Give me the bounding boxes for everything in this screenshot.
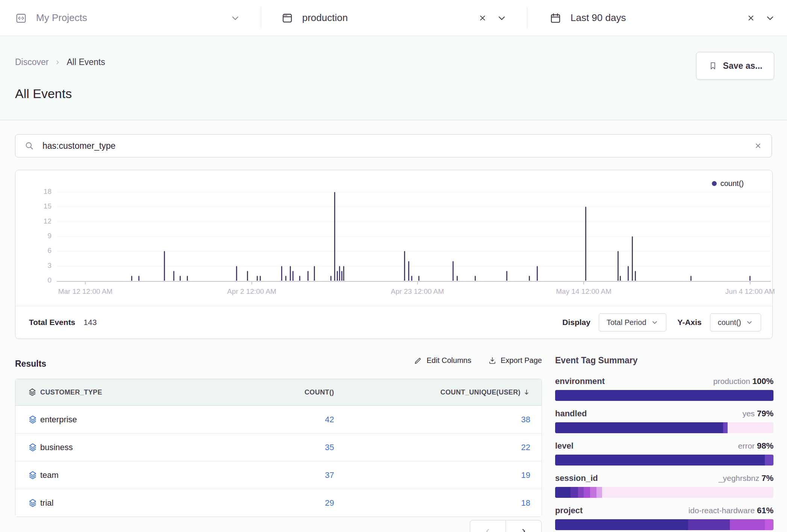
- cell-count-unique[interactable]: 18: [346, 498, 542, 508]
- display-select-value: Total Period: [607, 318, 646, 327]
- chart-bar: [131, 276, 132, 281]
- clear-environment-icon[interactable]: [478, 13, 487, 23]
- search-bar: [15, 134, 772, 157]
- export-page-button[interactable]: Export Page: [488, 356, 542, 365]
- tag-bar-segment[interactable]: [596, 487, 602, 498]
- chevron-down-icon[interactable]: [765, 13, 775, 23]
- date-range-filter[interactable]: Last 90 days: [549, 0, 775, 36]
- cell-count[interactable]: 37: [226, 470, 346, 480]
- chart-bar: [341, 271, 342, 281]
- breadcrumb: Discover All Events: [15, 57, 105, 67]
- tag-bar-segment[interactable]: [555, 487, 571, 498]
- tag-bar-segment[interactable]: [555, 422, 723, 433]
- tag-name: environment: [555, 376, 605, 386]
- sort-desc-arrow-icon: [523, 388, 530, 396]
- chart-bar: [292, 271, 294, 281]
- stack-icon-cell: [15, 442, 40, 453]
- tag-bar[interactable]: [555, 422, 773, 433]
- save-as-button[interactable]: Save as...: [696, 52, 774, 80]
- x-axis-line: [57, 281, 771, 282]
- table-body: enterprise4238business3522team3719trial2…: [15, 406, 542, 517]
- x-axis-tick-label: May 14 12:00 AM: [535, 287, 633, 296]
- chart-bar: [164, 251, 165, 281]
- project-filter[interactable]: My Projects: [15, 0, 241, 36]
- stack-icon: [27, 414, 38, 425]
- tag-summary-list: environmentproduction 100%handledyes 79%…: [555, 376, 773, 530]
- y-axis-tick-label: 6: [27, 246, 51, 255]
- table-row: team3719: [15, 461, 542, 489]
- tag-summary-heading: Event Tag Summary: [555, 355, 773, 376]
- chart-bar: [307, 271, 309, 281]
- bookmark-icon: [708, 61, 718, 71]
- y-axis-select[interactable]: count(): [710, 313, 761, 331]
- results-heading: Results: [15, 359, 46, 369]
- total-events-value: 143: [83, 318, 97, 327]
- chart-bar: [299, 276, 300, 281]
- chart-bar: [404, 251, 405, 281]
- clear-date-range-icon[interactable]: [746, 13, 756, 23]
- tag-bar-segment[interactable]: [555, 455, 765, 466]
- chart-bar: [749, 276, 751, 281]
- chart-bar: [635, 271, 636, 281]
- tag-label-row: session_id_yeghrsbnz 7%: [555, 473, 773, 486]
- chart-bar: [620, 276, 621, 281]
- search-input[interactable]: [42, 141, 746, 151]
- table-row: enterprise4238: [15, 406, 542, 434]
- tag-bar[interactable]: [555, 487, 773, 498]
- previous-page-button[interactable]: [470, 520, 506, 532]
- environment-filter[interactable]: production: [281, 0, 507, 36]
- tag-bar-segment[interactable]: [765, 455, 773, 466]
- column-header-customer-type[interactable]: CUSTOMER_TYPE: [40, 388, 226, 396]
- next-page-button[interactable]: [505, 520, 542, 532]
- chevron-right-icon: [519, 527, 528, 532]
- cell-count[interactable]: 35: [226, 443, 346, 452]
- breadcrumb-discover-link[interactable]: Discover: [15, 57, 48, 67]
- tag-bar[interactable]: [555, 455, 773, 466]
- edit-columns-button[interactable]: Edit Columns: [414, 356, 471, 365]
- chevron-left-icon: [483, 527, 492, 532]
- cell-count-unique[interactable]: 38: [346, 415, 542, 425]
- column-header-count[interactable]: COUNT(): [226, 388, 346, 396]
- y-axis-select-value: count(): [718, 318, 741, 327]
- tag-bar-segment[interactable]: [555, 519, 688, 530]
- clear-search-icon[interactable]: [754, 141, 763, 150]
- export-page-label: Export Page: [501, 356, 542, 365]
- tag-bar-segment[interactable]: [571, 487, 578, 498]
- cell-count-unique[interactable]: 22: [346, 443, 542, 452]
- tag-bar-segment[interactable]: [730, 519, 765, 530]
- cell-customer-type: team: [40, 470, 226, 480]
- cell-count[interactable]: 42: [226, 415, 346, 425]
- tag-label-row: projectido-react-hardware 61%: [555, 506, 773, 518]
- tag-bar-segment[interactable]: [578, 487, 584, 498]
- chart-bar: [285, 276, 286, 281]
- display-select[interactable]: Total Period: [599, 313, 666, 331]
- x-axis-tick: [750, 282, 751, 284]
- tag-bar-segment[interactable]: [765, 519, 773, 530]
- cell-count-unique[interactable]: 19: [346, 470, 542, 480]
- window-icon: [281, 12, 293, 24]
- gridline: [57, 207, 771, 207]
- tag-bar[interactable]: [555, 519, 773, 530]
- tag-bar-segment[interactable]: [555, 390, 773, 401]
- chart-bar: [617, 251, 619, 281]
- stack-icon-header-cell: [15, 387, 40, 397]
- cell-count[interactable]: 29: [226, 498, 346, 508]
- chevron-down-icon[interactable]: [496, 13, 507, 23]
- chart-bar: [281, 266, 282, 281]
- tag-bar-segment[interactable]: [584, 487, 590, 498]
- chevron-down-icon[interactable]: [230, 13, 241, 23]
- results-header: Results Edit Columns Export Page: [15, 352, 542, 369]
- chart-bar: [457, 276, 458, 281]
- chart-bar: [690, 276, 692, 281]
- column-header-count-unique-label: COUNT_UNIQUE(USER): [440, 388, 521, 396]
- save-as-label: Save as...: [723, 61, 763, 71]
- tag-bar-segment[interactable]: [688, 519, 729, 530]
- gridline: [57, 192, 771, 192]
- chart-legend[interactable]: count(): [712, 179, 744, 188]
- column-header-count-unique[interactable]: COUNT_UNIQUE(USER): [346, 388, 542, 396]
- tag-bar-segment[interactable]: [723, 422, 728, 433]
- chart-footer: Total Events 143 Display Total Period Y-…: [15, 306, 772, 339]
- tag-bar[interactable]: [555, 390, 773, 401]
- tag-bar-segment[interactable]: [590, 487, 596, 498]
- chart-bar: [506, 271, 507, 281]
